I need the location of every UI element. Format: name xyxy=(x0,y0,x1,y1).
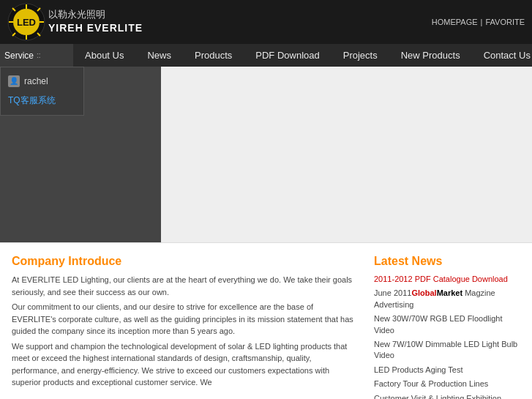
company-intro: Company Introduce At EVERLITE LED Lighti… xyxy=(12,255,374,399)
nav-news[interactable]: News xyxy=(135,44,183,67)
bottom-area: Company Introduce At EVERLITE LED Lighti… xyxy=(0,242,532,399)
news-title-main: Latest xyxy=(374,255,408,267)
company-title: Company Introduce xyxy=(12,255,359,268)
logo-image: LED xyxy=(7,3,45,41)
news-item-0: 2011-2012 PDF Catalogue Download xyxy=(374,274,520,285)
news-title: Latest News xyxy=(374,255,520,268)
global-market-text: GlobalMarket xyxy=(411,288,462,297)
service-rachel-label: rachel xyxy=(24,76,48,86)
service-dots: :: xyxy=(37,51,41,59)
top-links: HOMEPAGE | FAVORITE xyxy=(432,18,525,26)
tq-link[interactable]: TQ客服系统 xyxy=(8,94,56,107)
news-link-0[interactable]: 2011-2012 PDF Catalogue Download xyxy=(374,275,508,283)
rachel-icon: 👤 xyxy=(8,75,20,87)
nav-contact-us[interactable]: Contact Us xyxy=(472,44,532,67)
news-item-2: New 30W/70W RGB LED Floodlight Video xyxy=(374,313,520,336)
homepage-link[interactable]: HOMEPAGE xyxy=(432,18,478,26)
favorite-link[interactable]: FAVORITE xyxy=(485,18,525,26)
company-para-3: We support and champion the technologica… xyxy=(12,340,359,389)
nav-pdf-download[interactable]: PDF Download xyxy=(244,44,331,67)
logo-chinese: 以勒永光照明 xyxy=(48,8,143,21)
nav-items: About Us News Products PDF Download Proj… xyxy=(73,44,532,67)
top-bar: LED 以勒永光照明 YIREH EVERLITE HOMEPAGE | FAV… xyxy=(0,0,532,44)
company-title-accent: Introduce xyxy=(68,255,121,267)
service-tq[interactable]: TQ客服系统 xyxy=(1,91,83,111)
nav-bar: Service :: 👤 rachel TQ客服系统 About Us News… xyxy=(0,44,532,67)
news-item-5: Factory Tour & Production Lines xyxy=(374,379,520,389)
logo-text: 以勒永光照明 YIREH EVERLITE xyxy=(48,8,143,36)
company-title-main: Company xyxy=(12,255,65,267)
svg-text:LED: LED xyxy=(17,17,36,28)
news-title-accent: News xyxy=(412,255,443,267)
news-item-1: June 2011GlobalMarket Magzine Advertisin… xyxy=(374,288,520,310)
service-rachel[interactable]: 👤 rachel xyxy=(1,72,83,91)
latest-news: Latest News 2011-2012 PDF Catalogue Down… xyxy=(374,255,520,399)
nav-new-products[interactable]: New Products xyxy=(389,44,472,67)
nav-about-us[interactable]: About Us xyxy=(73,44,135,67)
news-item-6: Customer Visit & Lighting Exhibition xyxy=(374,393,520,399)
service-dropdown: 👤 rachel TQ客服系统 xyxy=(0,67,84,116)
divider: | xyxy=(481,18,483,26)
logo-area: LED 以勒永光照明 YIREH EVERLITE xyxy=(7,3,143,41)
service-label: Service xyxy=(4,51,34,61)
nav-projects[interactable]: Projects xyxy=(331,44,389,67)
company-para-2: Our commitment to our clients, and our d… xyxy=(12,301,359,338)
news-item-4: LED Products Aging Test xyxy=(374,365,520,376)
company-para-1: At EVERLITE LED Lighting, our clients ar… xyxy=(12,274,359,298)
nav-products[interactable]: Products xyxy=(183,44,244,67)
news-item-3: New 7W/10W Dimmable LED Light Bulb Video xyxy=(374,339,520,362)
logo-english: YIREH EVERLITE xyxy=(48,21,143,36)
service-menu[interactable]: Service :: 👤 rachel TQ客服系统 xyxy=(0,44,73,67)
content-panel xyxy=(161,67,532,242)
